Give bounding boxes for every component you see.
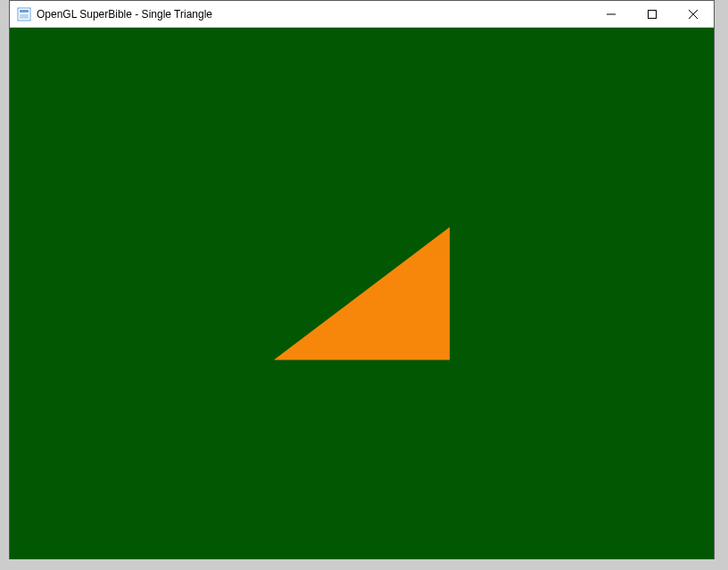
app-icon [17,7,31,21]
svg-rect-1 [20,10,29,12]
maximize-button[interactable] [632,1,673,27]
app-window: OpenGL SuperBible - Single Triangle [9,0,715,559]
close-button[interactable] [673,1,714,27]
titlebar[interactable]: OpenGL SuperBible - Single Triangle [10,1,714,28]
minimize-button[interactable] [591,1,632,27]
maximize-icon [648,10,657,19]
svg-rect-4 [649,10,657,18]
window-title: OpenGL SuperBible - Single Triangle [37,8,591,21]
close-icon [689,10,698,19]
minimize-icon [607,10,616,19]
svg-rect-2 [20,14,29,19]
opengl-viewport [10,28,714,559]
window-controls [591,1,714,27]
rendered-triangle [10,28,714,559]
